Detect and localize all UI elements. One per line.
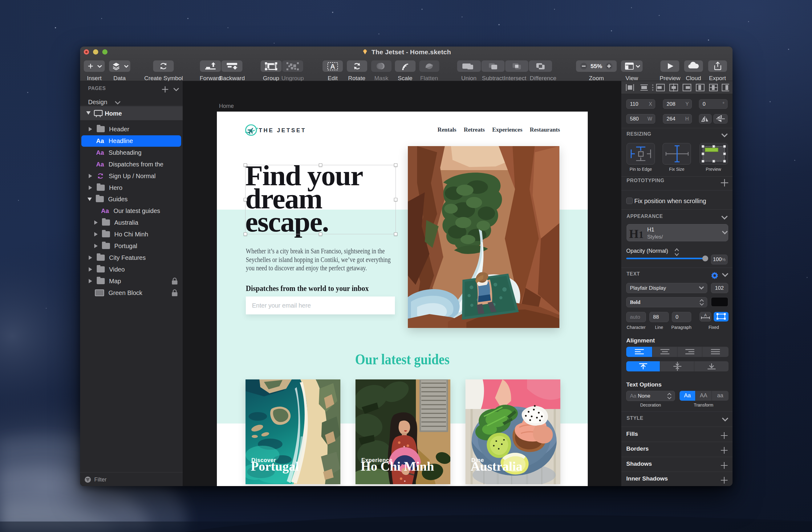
svg-text:A: A (330, 62, 335, 70)
svg-text:A: A (704, 313, 707, 318)
svg-text:55%: 55% (591, 63, 602, 69)
